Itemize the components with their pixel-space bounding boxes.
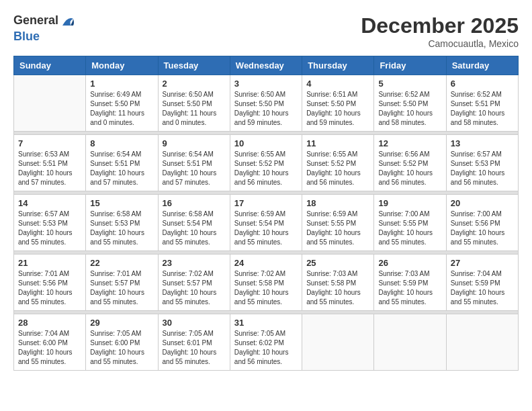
day-info: Sunrise: 7:01 AMSunset: 5:56 PMDaylight:… (18, 269, 81, 307)
day-number: 2 (163, 79, 226, 89)
day-number: 4 (306, 79, 369, 89)
day-number: 26 (378, 258, 441, 268)
logo: General Blue (13, 13, 77, 44)
day-number: 8 (90, 138, 153, 148)
day-number: 6 (451, 79, 514, 89)
calendar-cell (302, 314, 374, 371)
day-info: Sunrise: 6:58 AMSunset: 5:53 PMDaylight:… (90, 210, 153, 247)
day-number: 10 (234, 138, 298, 148)
day-number: 28 (18, 318, 81, 328)
logo-icon (60, 13, 76, 30)
calendar-week-3: 14Sunrise: 6:57 AMSunset: 5:53 PMDayligh… (14, 195, 519, 251)
calendar-cell: 22Sunrise: 7:01 AMSunset: 5:57 PMDayligh… (86, 255, 158, 311)
day-info: Sunrise: 6:52 AMSunset: 5:51 PMDaylight:… (451, 90, 514, 128)
calendar-cell: 11Sunrise: 6:55 AMSunset: 5:52 PMDayligh… (302, 135, 374, 191)
page-header: General Blue December 2025 Camocuautla, … (13, 13, 519, 49)
calendar-week-4: 21Sunrise: 7:01 AMSunset: 5:56 PMDayligh… (14, 255, 519, 311)
day-number: 21 (18, 258, 81, 268)
calendar-cell: 1Sunrise: 6:49 AMSunset: 5:50 PMDaylight… (86, 75, 158, 132)
day-info: Sunrise: 6:49 AMSunset: 5:50 PMDaylight:… (90, 90, 153, 128)
weekday-header-wednesday: Wednesday (230, 56, 302, 75)
month-title: December 2025 (361, 13, 519, 38)
day-info: Sunrise: 7:03 AMSunset: 5:59 PMDaylight:… (378, 269, 441, 307)
day-info: Sunrise: 7:05 AMSunset: 6:00 PMDaylight:… (90, 329, 153, 367)
day-info: Sunrise: 7:02 AMSunset: 5:58 PMDaylight:… (234, 269, 298, 307)
day-info: Sunrise: 7:04 AMSunset: 5:59 PMDaylight:… (451, 269, 514, 307)
day-info: Sunrise: 6:52 AMSunset: 5:50 PMDaylight:… (378, 90, 441, 128)
calendar-cell (14, 75, 86, 132)
calendar-cell: 23Sunrise: 7:02 AMSunset: 5:57 PMDayligh… (158, 255, 230, 311)
day-info: Sunrise: 6:51 AMSunset: 5:50 PMDaylight:… (306, 90, 369, 128)
weekday-header-thursday: Thursday (302, 56, 374, 75)
day-number: 31 (234, 318, 298, 328)
day-info: Sunrise: 6:57 AMSunset: 5:53 PMDaylight:… (18, 210, 81, 247)
calendar-cell: 21Sunrise: 7:01 AMSunset: 5:56 PMDayligh… (14, 255, 86, 311)
calendar-cell: 28Sunrise: 7:04 AMSunset: 6:00 PMDayligh… (14, 314, 86, 371)
day-info: Sunrise: 6:53 AMSunset: 5:51 PMDaylight:… (18, 150, 81, 187)
day-info: Sunrise: 6:54 AMSunset: 5:51 PMDaylight:… (90, 150, 153, 187)
weekday-header-sunday: Sunday (14, 56, 86, 75)
day-info: Sunrise: 7:03 AMSunset: 5:58 PMDaylight:… (306, 269, 369, 307)
day-number: 29 (90, 318, 153, 328)
day-info: Sunrise: 6:56 AMSunset: 5:52 PMDaylight:… (378, 150, 441, 187)
day-info: Sunrise: 6:50 AMSunset: 5:50 PMDaylight:… (234, 90, 298, 128)
calendar-cell: 29Sunrise: 7:05 AMSunset: 6:00 PMDayligh… (86, 314, 158, 371)
calendar-week-5: 28Sunrise: 7:04 AMSunset: 6:00 PMDayligh… (14, 314, 519, 371)
calendar-cell: 7Sunrise: 6:53 AMSunset: 5:51 PMDaylight… (14, 135, 86, 191)
day-info: Sunrise: 6:55 AMSunset: 5:52 PMDaylight:… (306, 150, 369, 187)
day-info: Sunrise: 6:59 AMSunset: 5:55 PMDaylight:… (306, 210, 369, 247)
title-section: December 2025 Camocuautla, Mexico (361, 13, 519, 49)
day-info: Sunrise: 6:50 AMSunset: 5:50 PMDaylight:… (163, 90, 226, 128)
day-number: 11 (306, 138, 369, 148)
calendar-cell: 8Sunrise: 6:54 AMSunset: 5:51 PMDaylight… (86, 135, 158, 191)
calendar-cell: 26Sunrise: 7:03 AMSunset: 5:59 PMDayligh… (374, 255, 446, 311)
day-info: Sunrise: 7:05 AMSunset: 6:01 PMDaylight:… (163, 329, 226, 367)
calendar-cell: 25Sunrise: 7:03 AMSunset: 5:58 PMDayligh… (302, 255, 374, 311)
calendar-cell: 24Sunrise: 7:02 AMSunset: 5:58 PMDayligh… (230, 255, 302, 311)
calendar-cell: 31Sunrise: 7:05 AMSunset: 6:02 PMDayligh… (230, 314, 302, 371)
calendar-cell: 13Sunrise: 6:57 AMSunset: 5:53 PMDayligh… (446, 135, 518, 191)
day-number: 17 (234, 198, 298, 208)
day-info: Sunrise: 7:00 AMSunset: 5:56 PMDaylight:… (451, 210, 514, 247)
day-number: 23 (163, 258, 226, 268)
day-number: 1 (90, 79, 153, 89)
calendar-cell: 14Sunrise: 6:57 AMSunset: 5:53 PMDayligh… (14, 195, 86, 251)
day-number: 24 (234, 258, 298, 268)
calendar-cell: 30Sunrise: 7:05 AMSunset: 6:01 PMDayligh… (158, 314, 230, 371)
day-info: Sunrise: 7:01 AMSunset: 5:57 PMDaylight:… (90, 269, 153, 307)
weekday-header-friday: Friday (374, 56, 446, 75)
calendar-cell: 17Sunrise: 6:59 AMSunset: 5:54 PMDayligh… (230, 195, 302, 251)
day-info: Sunrise: 7:02 AMSunset: 5:57 PMDaylight:… (163, 269, 226, 307)
day-number: 5 (378, 79, 441, 89)
weekday-header-tuesday: Tuesday (158, 56, 230, 75)
weekday-header-monday: Monday (86, 56, 158, 75)
day-info: Sunrise: 6:55 AMSunset: 5:52 PMDaylight:… (234, 150, 298, 187)
day-info: Sunrise: 7:04 AMSunset: 6:00 PMDaylight:… (18, 329, 81, 367)
calendar-cell: 2Sunrise: 6:50 AMSunset: 5:50 PMDaylight… (158, 75, 230, 132)
day-number: 25 (306, 258, 369, 268)
calendar-cell: 6Sunrise: 6:52 AMSunset: 5:51 PMDaylight… (446, 75, 518, 132)
weekday-header-saturday: Saturday (446, 56, 518, 75)
day-number: 15 (90, 198, 153, 208)
calendar-cell: 5Sunrise: 6:52 AMSunset: 5:50 PMDaylight… (374, 75, 446, 132)
calendar-cell: 16Sunrise: 6:58 AMSunset: 5:54 PMDayligh… (158, 195, 230, 251)
day-number: 3 (234, 79, 298, 89)
day-number: 13 (451, 138, 514, 148)
calendar-cell: 18Sunrise: 6:59 AMSunset: 5:55 PMDayligh… (302, 195, 374, 251)
day-info: Sunrise: 6:59 AMSunset: 5:54 PMDaylight:… (234, 210, 298, 247)
day-info: Sunrise: 6:57 AMSunset: 5:53 PMDaylight:… (451, 150, 514, 187)
calendar-cell: 15Sunrise: 6:58 AMSunset: 5:53 PMDayligh… (86, 195, 158, 251)
day-number: 20 (451, 198, 514, 208)
calendar-cell: 4Sunrise: 6:51 AMSunset: 5:50 PMDaylight… (302, 75, 374, 132)
calendar-week-2: 7Sunrise: 6:53 AMSunset: 5:51 PMDaylight… (14, 135, 519, 191)
logo-blue: Blue (13, 30, 40, 43)
day-info: Sunrise: 6:58 AMSunset: 5:54 PMDaylight:… (163, 210, 226, 247)
calendar-cell: 10Sunrise: 6:55 AMSunset: 5:52 PMDayligh… (230, 135, 302, 191)
calendar-week-1: 1Sunrise: 6:49 AMSunset: 5:50 PMDaylight… (14, 75, 519, 132)
day-number: 18 (306, 198, 369, 208)
day-number: 9 (163, 138, 226, 148)
day-number: 16 (163, 198, 226, 208)
day-info: Sunrise: 7:05 AMSunset: 6:02 PMDaylight:… (234, 329, 298, 367)
day-info: Sunrise: 6:54 AMSunset: 5:51 PMDaylight:… (163, 150, 226, 187)
location: Camocuautla, Mexico (361, 38, 519, 49)
